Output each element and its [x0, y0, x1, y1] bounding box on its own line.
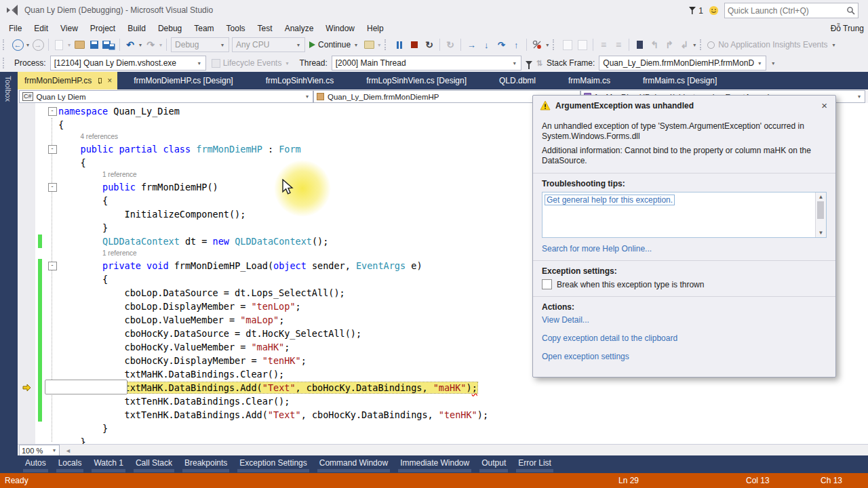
- stop-button[interactable]: [407, 37, 422, 52]
- panel-tab-error-list[interactable]: Error List: [512, 456, 557, 473]
- filter-funnel-icon[interactable]: [526, 61, 532, 65]
- application-insights-dropdown[interactable]: No Application Insights Events ▾: [707, 40, 836, 49]
- panel-tab-exception-settings[interactable]: Exception Settings: [233, 456, 313, 473]
- search-help-online-link[interactable]: Search for more Help Online...: [542, 244, 827, 253]
- step-out-button[interactable]: ↑: [509, 37, 524, 52]
- step-over-button[interactable]: ↷: [494, 37, 509, 52]
- scroll-thumb[interactable]: [817, 201, 824, 219]
- menu-team[interactable]: Team: [188, 22, 220, 35]
- debugbar-grip[interactable]: [3, 58, 7, 68]
- change-bar: [38, 354, 42, 367]
- prev-bookmark-button[interactable]: ↰: [647, 37, 662, 52]
- document-tab-frmlopsinhvien-cs-design[interactable]: frmLopSinhVien.cs [Design]: [350, 72, 483, 89]
- next-bookmark-button[interactable]: ↱: [662, 37, 677, 52]
- lifecycle-events-icon: [212, 59, 220, 68]
- menu-build[interactable]: Build: [121, 22, 152, 35]
- collapse-region-icon[interactable]: -: [48, 183, 57, 192]
- flag-threads-icon[interactable]: ⇅: [536, 59, 542, 68]
- pin-icon[interactable]: [96, 78, 102, 84]
- new-file-caret[interactable]: ▾: [66, 42, 72, 48]
- menu-test[interactable]: Test: [252, 22, 279, 35]
- dialog-close-button[interactable]: ×: [820, 100, 829, 110]
- zoom-select[interactable]: 100 % ▾: [19, 445, 60, 456]
- feedback-smiley-icon[interactable]: [709, 5, 719, 16]
- current-statement-arrow[interactable]: [18, 381, 35, 394]
- collapse-region-icon[interactable]: -: [48, 107, 57, 116]
- show-next-statement-button[interactable]: →: [464, 37, 479, 52]
- stack-frame-combo[interactable]: Quan_Ly_Diem.frmMonDiemHP.frmMonD▾: [599, 56, 766, 70]
- undo-caret[interactable]: ▾: [138, 42, 143, 48]
- refresh-button[interactable]: ↻: [443, 37, 458, 52]
- document-tab-qld-dbml[interactable]: QLD.dbml: [483, 72, 552, 89]
- hscroll-left-arrow[interactable]: ◄: [65, 447, 71, 454]
- document-tab-frmmondiemhp-cs[interactable]: frmMonDiemHP.cs×: [18, 72, 117, 89]
- panel-tab-immediate-window[interactable]: Immediate Window: [394, 456, 475, 473]
- platform-select[interactable]: Any CPU▾: [232, 37, 305, 52]
- quick-launch-input[interactable]: [725, 6, 846, 16]
- thread-combo[interactable]: [2000] Main Thread▾: [332, 56, 521, 70]
- open-file-button[interactable]: [72, 37, 87, 52]
- panel-tab-locals[interactable]: Locals: [52, 456, 88, 473]
- step-into-button[interactable]: ↓: [479, 37, 494, 52]
- panel-tab-output[interactable]: Output: [475, 456, 512, 473]
- toolbar-grip[interactable]: [3, 39, 7, 50]
- panel-tab-call-stack[interactable]: Call Stack: [130, 456, 178, 473]
- menu-project[interactable]: Project: [84, 22, 121, 35]
- scroll-up-arrow[interactable]: ▲: [816, 194, 826, 200]
- collapse-region-icon[interactable]: -: [48, 145, 57, 154]
- attach-button[interactable]: [361, 37, 376, 52]
- navigate-forward-button[interactable]: →: [31, 37, 45, 52]
- menu-window[interactable]: Window: [319, 22, 361, 35]
- document-tab-frmmaim-cs[interactable]: frmMaim.cs: [552, 72, 627, 89]
- clear-bookmarks-button[interactable]: ↲: [677, 37, 692, 52]
- redo-caret[interactable]: ▾: [158, 42, 163, 48]
- action-link-copy-exception-detail-to-the-clipboard[interactable]: Copy exception detail to the clipboard: [542, 333, 827, 343]
- command-window-button[interactable]: [560, 37, 575, 52]
- redo-button[interactable]: ↷: [143, 37, 158, 52]
- menu-analyze[interactable]: Analyze: [279, 22, 320, 35]
- save-all-button[interactable]: [102, 37, 117, 52]
- undo-button[interactable]: ↶: [123, 37, 138, 52]
- menu-edit[interactable]: Edit: [28, 22, 54, 35]
- menu-file[interactable]: File: [3, 22, 28, 35]
- menu-tools[interactable]: Tools: [220, 22, 252, 35]
- configuration-select[interactable]: Debug▾: [171, 37, 229, 52]
- menu-view[interactable]: View: [54, 22, 84, 35]
- collapse-region-icon[interactable]: -: [48, 262, 57, 270]
- pause-button[interactable]: [392, 37, 407, 52]
- project-dropdown[interactable]: C# Quan Ly Diem ▾: [19, 90, 313, 103]
- toolbox-tab[interactable]: Toolbox: [0, 72, 18, 455]
- document-tab-frmlopsinhvien-cs[interactable]: frmLopSinhVien.cs: [250, 72, 351, 89]
- menu-help[interactable]: Help: [361, 22, 390, 35]
- close-tab-icon[interactable]: ×: [107, 77, 112, 85]
- bookmark-button[interactable]: [632, 37, 647, 52]
- save-button[interactable]: [87, 37, 102, 52]
- tips-scrollbar[interactable]: ▲ ▼: [815, 192, 826, 237]
- debugbar-overflow[interactable]: ▾: [770, 60, 776, 66]
- lifecycle-events-button[interactable]: Lifecycle Events ▾: [212, 58, 290, 68]
- navigate-backward-caret[interactable]: ▾: [25, 42, 31, 48]
- action-link-open-exception-settings[interactable]: Open exception settings: [542, 352, 827, 361]
- panel-tab-autos[interactable]: Autos: [19, 456, 52, 473]
- restart-button[interactable]: ↻: [422, 37, 437, 52]
- break-when-thrown-checkbox[interactable]: [542, 279, 552, 289]
- toggle-breakpoints-button[interactable]: [530, 37, 545, 52]
- new-file-button[interactable]: [52, 37, 66, 52]
- process-combo[interactable]: [12104] Quan Ly Diem.vshost.exe▾: [50, 56, 206, 70]
- menu-debug[interactable]: Debug: [152, 22, 188, 35]
- signed-in-user[interactable]: Đỗ Trung: [831, 24, 864, 33]
- notifications-flag-button[interactable]: 1: [688, 6, 703, 16]
- continue-button[interactable]: Continue ▾: [307, 37, 361, 52]
- panel-tab-breakpoints[interactable]: Breakpoints: [178, 456, 233, 473]
- scroll-down-arrow[interactable]: ▼: [816, 230, 826, 236]
- action-link-view-detail[interactable]: View Detail...: [542, 315, 827, 325]
- navigate-backward-button[interactable]: ←: [10, 37, 25, 52]
- panel-tab-watch-1[interactable]: Watch 1: [87, 456, 130, 473]
- indent-increase-button[interactable]: ≡: [611, 37, 626, 52]
- indent-decrease-button[interactable]: ≡: [596, 37, 611, 52]
- general-help-link[interactable]: Get general help for this exception.: [545, 195, 675, 205]
- panel-tab-command-window[interactable]: Command Window: [313, 456, 394, 473]
- document-tab-frmmondiemhp-cs-design[interactable]: frmMonDiemHP.cs [Design]: [117, 72, 249, 89]
- document-tab-frmmaim-cs-design[interactable]: frmMaim.cs [Design]: [627, 72, 733, 89]
- immediate-window-button[interactable]: [575, 37, 590, 52]
